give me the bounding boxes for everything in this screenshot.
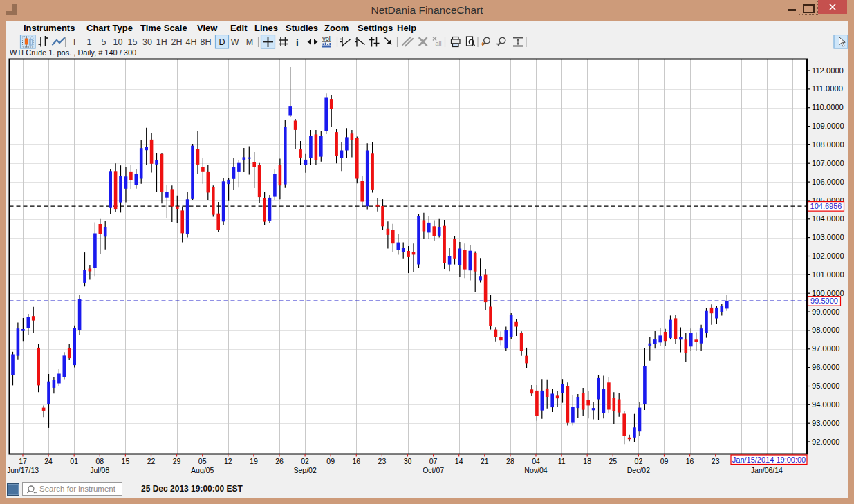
- svg-text:109.0000: 109.0000: [812, 122, 844, 130]
- svg-text:8H: 8H: [201, 37, 212, 47]
- svg-text:23: 23: [378, 457, 387, 465]
- svg-text:111.0000: 111.0000: [812, 84, 843, 93]
- svg-text:Oct/07: Oct/07: [423, 466, 444, 474]
- svg-text:16: 16: [352, 457, 360, 465]
- svg-text:Jan/15/2014 19:00:00: Jan/15/2014 19:00:00: [732, 456, 806, 464]
- svg-text:16: 16: [686, 457, 694, 465]
- svg-text:93.0000: 93.0000: [812, 419, 839, 427]
- svg-text:106.0000: 106.0000: [812, 178, 844, 186]
- svg-text:Aug/05: Aug/05: [191, 466, 214, 474]
- svg-text:104.0000: 104.0000: [812, 214, 844, 223]
- svg-text:Jan/06/14: Jan/06/14: [751, 466, 783, 474]
- svg-text:18: 18: [583, 457, 591, 465]
- svg-text:29: 29: [173, 457, 181, 465]
- svg-text:99.5900: 99.5900: [810, 297, 838, 305]
- svg-text:15: 15: [128, 37, 138, 47]
- svg-text:W: W: [231, 37, 239, 47]
- svg-text:97.0000: 97.0000: [812, 344, 839, 353]
- svg-text:Sep/02: Sep/02: [293, 466, 316, 474]
- svg-text:4H: 4H: [186, 37, 197, 47]
- svg-text:107.0000: 107.0000: [812, 159, 844, 167]
- svg-text:14: 14: [455, 457, 463, 465]
- svg-text:02: 02: [301, 457, 309, 465]
- svg-text:09: 09: [660, 457, 669, 465]
- svg-text:09: 09: [326, 457, 335, 465]
- svg-text:21: 21: [481, 457, 489, 465]
- svg-text:08: 08: [95, 457, 104, 465]
- svg-text:1: 1: [87, 37, 92, 47]
- svg-text:M: M: [246, 37, 253, 47]
- svg-text:vol: vol: [322, 35, 331, 42]
- svg-text:26: 26: [275, 457, 284, 465]
- svg-text:30: 30: [142, 37, 152, 47]
- svg-text:22: 22: [147, 457, 156, 465]
- svg-text:D: D: [219, 37, 225, 47]
- svg-text:Dec/02: Dec/02: [627, 466, 650, 474]
- svg-text:99.0000: 99.0000: [812, 308, 839, 316]
- svg-text:07: 07: [429, 457, 438, 465]
- svg-text:10: 10: [113, 37, 123, 47]
- svg-text:101.0000: 101.0000: [812, 270, 844, 279]
- svg-text:Jul/08: Jul/08: [90, 466, 109, 474]
- svg-text:25: 25: [609, 457, 617, 465]
- svg-text:100.0000: 100.0000: [812, 289, 844, 297]
- svg-text:112.0000: 112.0000: [812, 66, 844, 75]
- svg-text:17: 17: [19, 457, 27, 465]
- svg-text:15: 15: [122, 457, 130, 465]
- svg-text:30: 30: [404, 457, 412, 465]
- svg-text:102.0000: 102.0000: [812, 252, 844, 260]
- svg-text:23: 23: [712, 457, 720, 465]
- svg-text:11: 11: [558, 457, 566, 465]
- svg-text:94.0000: 94.0000: [812, 400, 839, 409]
- svg-text:01: 01: [70, 457, 78, 465]
- svg-text:05: 05: [198, 457, 207, 465]
- svg-text:96.0000: 96.0000: [812, 363, 839, 371]
- svg-text:92.0000: 92.0000: [812, 438, 839, 446]
- svg-text:12: 12: [224, 457, 232, 465]
- svg-text:Nov/04: Nov/04: [524, 466, 547, 474]
- svg-text:Jun/17/13: Jun/17/13: [7, 466, 39, 474]
- svg-text:110.0000: 110.0000: [812, 103, 844, 111]
- svg-text:i: i: [296, 37, 299, 48]
- svg-text:104.6956: 104.6956: [810, 202, 842, 210]
- svg-text:1H: 1H: [156, 37, 167, 47]
- svg-text:5: 5: [102, 37, 106, 47]
- svg-text:19: 19: [250, 457, 258, 465]
- svg-text:108.0000: 108.0000: [812, 140, 844, 149]
- svg-text:98.0000: 98.0000: [812, 326, 839, 334]
- svg-text:24: 24: [44, 457, 53, 465]
- svg-text:95.0000: 95.0000: [812, 382, 839, 390]
- svg-text:04: 04: [532, 457, 540, 465]
- svg-text:2H: 2H: [171, 37, 183, 47]
- svg-text:103.0000: 103.0000: [812, 233, 844, 241]
- svg-text:T: T: [72, 37, 77, 47]
- svg-text:all: all: [435, 40, 441, 47]
- svg-text:02: 02: [635, 457, 643, 465]
- svg-text:28: 28: [506, 457, 514, 465]
